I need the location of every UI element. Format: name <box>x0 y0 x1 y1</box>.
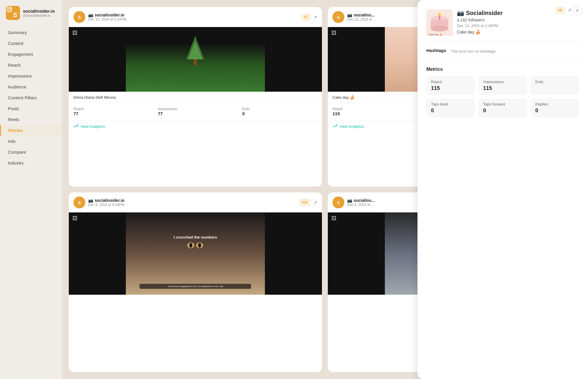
post-metrics-1: Reach 77 Impressions 77 Exits 0 <box>69 102 322 121</box>
hashtags-title: Hashtags <box>426 48 446 53</box>
brand-area: S socialinsider.io @/socialinsider.io <box>0 6 62 27</box>
post-image-1: 🖼 <box>69 27 322 92</box>
post-account-1: 📷 socialinsider.io <box>88 13 298 17</box>
instagram-icon-4: 📷 <box>347 198 352 203</box>
post-external-icon-1[interactable]: ↗ <box>313 14 317 20</box>
metric-impressions-1: Impressions 77 <box>153 105 238 118</box>
detail-caption: Cake day 🍰 <box>457 30 579 34</box>
post-avatar-2: S <box>333 11 344 23</box>
detail-divider-1 <box>426 42 579 42</box>
svg-point-28 <box>431 26 448 31</box>
post-avatar-1: S <box>74 11 85 23</box>
sidebar-item-ads[interactable]: Ads <box>0 136 62 147</box>
hashtags-section: Hashtags This post has no hashtags <box>426 48 579 55</box>
post-caption-1: Elena Diana Stefi Miruna <box>69 92 322 102</box>
detail-divider-2 <box>426 61 579 61</box>
image-icon-1: 🖼 <box>72 30 78 36</box>
svg-text:S: S <box>78 200 81 205</box>
detail-metric-replies: Replies 0 <box>531 98 579 117</box>
detail-metric-taps-back: Taps back 0 <box>426 98 475 117</box>
detail-followers: 4,182 followers <box>457 18 579 22</box>
instagram-icon-2: 📷 <box>347 13 352 17</box>
post-image-3: 🖼 I crunched the numbers Cats boost enga… <box>69 212 322 295</box>
svg-text:S: S <box>337 15 340 20</box>
detail-date: Dec 13, 2024 at 2:46PM <box>457 24 579 28</box>
post-meta-3: 📷 socialinsider.io Dec 6, 2024 at 6:43PM <box>88 198 296 207</box>
image-icon-2: 🖼 <box>331 30 337 36</box>
image-icon-4: 🖼 <box>331 215 337 222</box>
metric-exits-1: Exits 0 <box>238 105 322 118</box>
post-meta-1: 📷 socialinsider.io Dec 13, 2024 at 4:10P… <box>88 13 298 21</box>
post-badge-1: #7 <box>301 14 310 20</box>
detail-metric-reach: Reach 115 <box>426 76 475 95</box>
post-external-icon-3[interactable]: ↗ <box>313 200 317 205</box>
svg-rect-9 <box>194 59 197 65</box>
sidebar-item-stories[interactable]: Stories <box>0 125 62 136</box>
post-badge-3: #10 <box>299 199 310 206</box>
detail-thumbnail: Cake day 🍰 <box>426 9 453 36</box>
close-button[interactable]: × <box>573 6 582 15</box>
detail-metric-impressions: Impressions 115 <box>478 76 527 95</box>
post-card-1: S 📷 socialinsider.io Dec 13, 2024 at 4:1… <box>69 7 322 187</box>
detail-badge-area: #8 ↗ <box>556 7 572 14</box>
sidebar-item-reels[interactable]: Reels <box>0 114 62 125</box>
metrics-section: Metrics Reach 115 Impressions 115 Exits … <box>426 67 579 117</box>
sidebar-item-reach[interactable]: Reach <box>0 60 62 71</box>
sidebar-item-audience[interactable]: Audience <box>0 81 62 92</box>
post-header-3: S 📷 socialinsider.io Dec 6, 2024 at 6:43… <box>69 192 322 212</box>
svg-text:S: S <box>337 200 340 205</box>
svg-point-22 <box>198 243 201 248</box>
post-avatar-4: S <box>333 197 344 208</box>
instagram-icon-3: 📷 <box>88 198 93 203</box>
post-account-3: 📷 socialinsider.io <box>88 198 296 203</box>
image-icon-3: 🖼 <box>72 215 78 222</box>
sidebar-item-summary[interactable]: Summary <box>0 27 62 38</box>
detail-ig-icon: 📷 <box>457 9 464 16</box>
instagram-icon-1: 📷 <box>88 13 93 17</box>
post-avatar-3: S <box>74 197 85 208</box>
sidebar-item-engagement[interactable]: Engagement <box>0 49 62 60</box>
brand-handle: @/socialinsider.io <box>23 14 55 18</box>
sidebar-item-content[interactable]: Content <box>0 38 62 49</box>
metrics-title: Metrics <box>426 67 579 72</box>
metric-reach-1: Reach 77 <box>69 105 153 118</box>
detail-metric-taps-forward: Taps forward 0 <box>478 98 527 117</box>
detail-thumbnail-img: Cake day 🍰 <box>426 9 453 36</box>
svg-point-21 <box>189 243 192 248</box>
metrics-grid: Reach 115 Impressions 115 Exits Taps bac… <box>426 76 579 117</box>
sidebar-item-impressions[interactable]: Impressions <box>0 71 62 81</box>
post-date-3: Dec 6, 2024 at 6:43PM <box>88 203 296 207</box>
svg-text:S: S <box>13 11 17 19</box>
post-header-1: S 📷 socialinsider.io Dec 13, 2024 at 4:1… <box>69 7 322 27</box>
detail-badge: #8 <box>556 7 565 14</box>
svg-point-3 <box>11 8 11 9</box>
sidebar-item-industry[interactable]: Industry <box>0 157 62 168</box>
sidebar-item-content_pillars[interactable]: Content Pillars <box>0 92 62 103</box>
view-analytics-1[interactable]: View Analytics <box>69 121 322 132</box>
detail-panel: × Cake day 🍰 <box>417 0 588 379</box>
sidebar-item-posts[interactable]: Posts <box>0 103 62 114</box>
post-image-inner-1 <box>126 27 265 92</box>
post-image-inner-3: I crunched the numbers Cats boost engage… <box>126 212 265 295</box>
sidebar: S socialinsider.io @/socialinsider.io Su… <box>0 0 62 379</box>
brand-logo: S <box>6 6 20 20</box>
hashtags-empty: This post has no hashtags <box>451 49 496 53</box>
svg-text:S: S <box>78 15 81 20</box>
brand-name: socialinsider.io <box>23 9 55 14</box>
detail-external-icon[interactable]: ↗ <box>567 7 572 14</box>
sidebar-item-compare[interactable]: Compare <box>0 147 62 157</box>
overlay-text-bottom-3: Cats boost engagement by 2.3x (depends o… <box>140 284 251 289</box>
svg-point-30 <box>438 13 441 16</box>
svg-text:Cake day 🍰: Cake day 🍰 <box>429 33 442 36</box>
detail-metric-exits: Exits <box>531 76 579 95</box>
post-date-1: Dec 13, 2024 at 4:10PM <box>88 17 298 21</box>
post-card-3: S 📷 socialinsider.io Dec 6, 2024 at 6:43… <box>69 192 322 372</box>
